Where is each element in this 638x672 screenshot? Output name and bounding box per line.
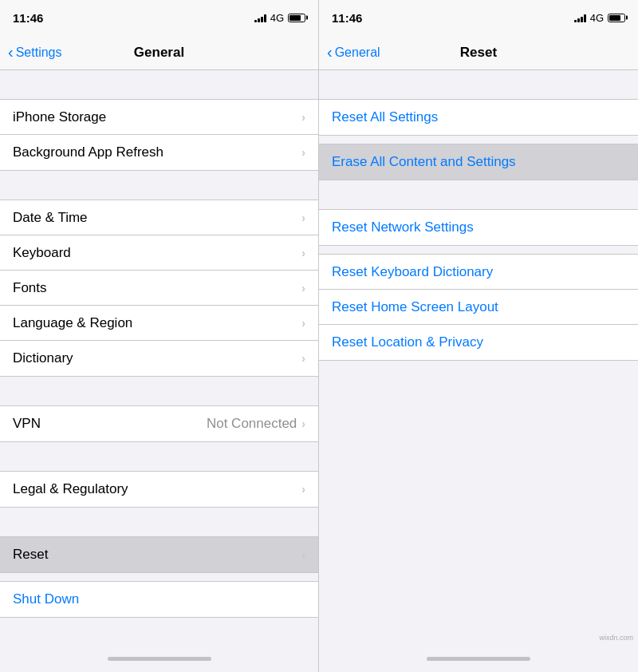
left-panel: 11:46 4G ‹ Settings General iPhone bbox=[0, 0, 319, 672]
group-legal: Legal & Regulatory › bbox=[0, 471, 318, 508]
back-label-left: Settings bbox=[16, 45, 62, 60]
bottom-spacer-right bbox=[319, 361, 638, 425]
status-bar-left: 11:46 4G bbox=[0, 0, 318, 35]
group-reset-others: Reset Keyboard Dictionary Reset Home Scr… bbox=[319, 254, 638, 361]
signal-icon-right bbox=[574, 13, 586, 22]
back-chevron-right: ‹ bbox=[327, 44, 333, 60]
fonts-item[interactable]: Fonts › bbox=[0, 271, 318, 306]
time-left: 11:46 bbox=[13, 11, 43, 25]
network-label-right: 4G bbox=[590, 12, 604, 24]
vpn-item[interactable]: VPN Not Connected › bbox=[0, 406, 318, 441]
reset-chevron: › bbox=[301, 548, 305, 561]
background-app-label: Background App Refresh bbox=[13, 144, 301, 160]
fonts-chevron: › bbox=[301, 282, 305, 294]
reset-keyboard-label: Reset Keyboard Dictionary bbox=[332, 264, 625, 280]
reset-item[interactable]: Reset › bbox=[0, 537, 318, 572]
battery-icon-right bbox=[608, 14, 625, 22]
bottom-spacer-left bbox=[0, 618, 318, 645]
spacer-right-1 bbox=[319, 70, 638, 99]
date-time-chevron: › bbox=[301, 211, 305, 224]
nav-bar-left: ‹ Settings General bbox=[0, 35, 318, 70]
reset-location-label: Reset Location & Privacy bbox=[332, 334, 625, 350]
home-bar-left bbox=[108, 657, 211, 661]
status-icons-right: 4G bbox=[574, 12, 625, 24]
iphone-storage-item[interactable]: iPhone Storage › bbox=[0, 100, 318, 135]
erase-all-item[interactable]: Erase All Content and Settings bbox=[319, 144, 638, 180]
spacer-right-3 bbox=[319, 180, 638, 209]
vpn-value: Not Connected bbox=[207, 416, 297, 432]
signal-icon-left bbox=[254, 13, 266, 22]
iphone-storage-chevron: › bbox=[301, 111, 305, 124]
keyboard-item[interactable]: Keyboard › bbox=[0, 235, 318, 271]
scroll-area-right: Reset All Settings Erase All Content and… bbox=[319, 70, 638, 645]
nav-bar-right: ‹ General Reset bbox=[319, 35, 638, 70]
keyboard-label: Keyboard bbox=[13, 245, 301, 261]
home-indicator-left bbox=[0, 645, 318, 672]
network-label-left: 4G bbox=[270, 12, 284, 24]
legal-item[interactable]: Legal & Regulatory › bbox=[0, 472, 318, 507]
group-storage: iPhone Storage › Background App Refresh … bbox=[0, 99, 318, 171]
back-button-right[interactable]: ‹ General bbox=[327, 45, 380, 60]
reset-homescreen-item[interactable]: Reset Home Screen Layout bbox=[319, 290, 638, 325]
vpn-chevron: › bbox=[301, 417, 305, 430]
reset-network-label: Reset Network Settings bbox=[332, 219, 625, 235]
status-icons-left: 4G bbox=[254, 12, 305, 24]
vpn-label: VPN bbox=[13, 416, 207, 432]
back-label-right: General bbox=[335, 45, 380, 60]
language-chevron: › bbox=[301, 317, 305, 330]
spacer-left-1 bbox=[0, 70, 318, 99]
nav-title-right: Reset bbox=[460, 45, 497, 61]
group-reset-all: Reset All Settings bbox=[319, 99, 638, 136]
shutdown-label: Shut Down bbox=[13, 591, 305, 607]
group-datetime: Date & Time › Keyboard › Fonts › Languag… bbox=[0, 200, 318, 377]
language-item[interactable]: Language & Region › bbox=[0, 306, 318, 341]
reset-network-item[interactable]: Reset Network Settings bbox=[319, 210, 638, 245]
home-indicator-right bbox=[319, 645, 638, 672]
group-vpn: VPN Not Connected › bbox=[0, 405, 318, 442]
home-bar-right bbox=[427, 657, 530, 661]
language-label: Language & Region bbox=[13, 315, 301, 331]
group-erase: Erase All Content and Settings bbox=[319, 144, 638, 180]
spacer-left-6 bbox=[0, 573, 318, 581]
iphone-storage-label: iPhone Storage bbox=[13, 109, 301, 125]
group-reset: Reset › bbox=[0, 536, 318, 573]
dictionary-chevron: › bbox=[301, 352, 305, 365]
reset-all-settings-item[interactable]: Reset All Settings bbox=[319, 100, 638, 135]
back-chevron-left: ‹ bbox=[8, 44, 14, 60]
group-reset-network: Reset Network Settings bbox=[319, 209, 638, 246]
background-app-chevron: › bbox=[301, 146, 305, 159]
spacer-right-2 bbox=[319, 136, 638, 144]
time-right: 11:46 bbox=[332, 11, 362, 25]
dictionary-label: Dictionary bbox=[13, 350, 301, 366]
group-shutdown: Shut Down bbox=[0, 581, 318, 618]
date-time-item[interactable]: Date & Time › bbox=[0, 200, 318, 235]
right-panel: 11:46 4G ‹ General Reset Reset All bbox=[319, 0, 638, 672]
legal-chevron: › bbox=[301, 483, 305, 496]
battery-icon-left bbox=[288, 14, 305, 22]
keyboard-chevron: › bbox=[301, 247, 305, 259]
reset-location-item[interactable]: Reset Location & Privacy bbox=[319, 325, 638, 360]
date-time-label: Date & Time bbox=[13, 210, 301, 226]
erase-all-label: Erase All Content and Settings bbox=[332, 154, 625, 170]
status-bar-right: 11:46 4G bbox=[319, 0, 638, 35]
back-button-left[interactable]: ‹ Settings bbox=[8, 45, 61, 60]
reset-label: Reset bbox=[13, 547, 301, 563]
spacer-left-5 bbox=[0, 508, 318, 536]
nav-title-left: General bbox=[134, 45, 184, 61]
scroll-area-left: iPhone Storage › Background App Refresh … bbox=[0, 70, 318, 645]
reset-keyboard-item[interactable]: Reset Keyboard Dictionary bbox=[319, 255, 638, 290]
reset-all-settings-label: Reset All Settings bbox=[332, 109, 625, 125]
spacer-left-3 bbox=[0, 377, 318, 405]
background-app-item[interactable]: Background App Refresh › bbox=[0, 135, 318, 170]
spacer-right-4 bbox=[319, 246, 638, 254]
fonts-label: Fonts bbox=[13, 280, 301, 296]
spacer-left-4 bbox=[0, 442, 318, 471]
dictionary-item[interactable]: Dictionary › bbox=[0, 341, 318, 376]
watermark: wixdn.com bbox=[599, 634, 633, 642]
legal-label: Legal & Regulatory bbox=[13, 481, 301, 497]
spacer-left-2 bbox=[0, 171, 318, 200]
shutdown-item[interactable]: Shut Down bbox=[0, 582, 318, 617]
reset-homescreen-label: Reset Home Screen Layout bbox=[332, 299, 625, 315]
